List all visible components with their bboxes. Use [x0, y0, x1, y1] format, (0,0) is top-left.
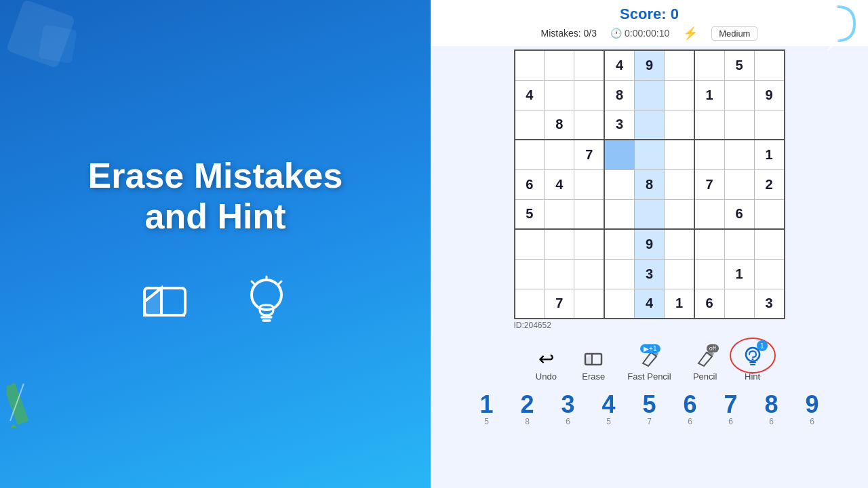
sudoku-cell[interactable]	[515, 259, 545, 289]
sudoku-cell[interactable]: 7	[694, 169, 724, 199]
sudoku-cell[interactable]: 3	[604, 110, 634, 140]
num-button-9[interactable]: 96	[795, 392, 829, 426]
fast-pencil-button[interactable]: ▶+1 Fast Pencil	[620, 343, 677, 386]
num-button-4[interactable]: 45	[592, 392, 626, 426]
sudoku-cell[interactable]: 4	[515, 80, 545, 110]
num-count-7: 6	[728, 417, 733, 426]
num-button-5[interactable]: 57	[633, 392, 667, 426]
num-button-3[interactable]: 36	[551, 392, 585, 426]
sudoku-cell[interactable]	[665, 199, 694, 229]
num-button-1[interactable]: 15	[470, 392, 504, 426]
undo-button[interactable]: ↩ Undo	[526, 346, 566, 386]
sudoku-cell[interactable]	[665, 229, 694, 259]
sudoku-cell[interactable]	[604, 259, 634, 289]
sudoku-cell[interactable]	[665, 140, 694, 169]
sudoku-cell[interactable]	[665, 110, 694, 140]
sudoku-grid[interactable]: 49548198371648725693174163	[514, 49, 785, 319]
sudoku-cell[interactable]	[724, 140, 754, 169]
sudoku-cell[interactable]	[724, 110, 754, 140]
sudoku-cell[interactable]	[604, 199, 634, 229]
sudoku-cell[interactable]	[545, 80, 574, 110]
hint-button[interactable]: 1 Hint	[732, 340, 773, 386]
sudoku-cell[interactable]	[665, 169, 694, 199]
sudoku-cell[interactable]	[604, 289, 634, 319]
sudoku-cell[interactable]: 8	[634, 169, 664, 199]
sudoku-cell[interactable]	[515, 140, 545, 169]
sudoku-cell[interactable]: 4	[634, 289, 664, 319]
num-button-7[interactable]: 76	[714, 392, 748, 426]
sudoku-cell[interactable]	[545, 50, 574, 80]
sudoku-cell[interactable]	[574, 229, 604, 259]
sudoku-cell[interactable]	[574, 169, 604, 199]
sudoku-cell[interactable]: 1	[665, 289, 694, 319]
sudoku-cell[interactable]: 6	[694, 289, 724, 319]
sudoku-cell[interactable]	[545, 140, 574, 169]
sudoku-cell[interactable]: 8	[545, 110, 574, 140]
sudoku-cell[interactable]	[574, 50, 604, 80]
sudoku-cell[interactable]	[724, 289, 754, 319]
sudoku-cell[interactable]	[754, 110, 784, 140]
erase-button[interactable]: Erase	[573, 343, 614, 386]
num-button-2[interactable]: 28	[511, 392, 545, 426]
sudoku-cell[interactable]	[634, 199, 664, 229]
sudoku-cell[interactable]	[515, 110, 545, 140]
sudoku-cell[interactable]: 8	[604, 80, 634, 110]
sudoku-cell[interactable]	[665, 80, 694, 110]
sudoku-cell[interactable]	[694, 229, 724, 259]
num-button-6[interactable]: 66	[673, 392, 707, 426]
sudoku-cell[interactable]	[724, 80, 754, 110]
sudoku-cell[interactable]: 5	[724, 50, 754, 80]
pencil-button[interactable]: off Pencil	[685, 343, 726, 386]
sudoku-cell[interactable]	[724, 229, 754, 259]
sudoku-cell[interactable]	[724, 169, 754, 199]
sudoku-cell[interactable]	[694, 259, 724, 289]
sudoku-cell[interactable]	[634, 110, 664, 140]
num-digit-7: 7	[724, 392, 737, 417]
num-button-8[interactable]: 86	[755, 392, 789, 426]
deco-shape-tl2	[38, 24, 77, 64]
sudoku-cell[interactable]	[694, 199, 724, 229]
sudoku-cell[interactable]: 9	[754, 80, 784, 110]
sudoku-cell[interactable]	[515, 289, 545, 319]
sudoku-cell[interactable]	[604, 229, 634, 259]
sudoku-cell[interactable]	[694, 50, 724, 80]
sudoku-cell[interactable]: 6	[515, 169, 545, 199]
sudoku-cell[interactable]: 3	[634, 259, 664, 289]
sudoku-cell[interactable]: 1	[754, 140, 784, 169]
sudoku-cell[interactable]	[545, 199, 574, 229]
toolbar: ↩ Undo Erase ▶+1	[526, 340, 772, 386]
sudoku-cell[interactable]: 9	[634, 229, 664, 259]
sudoku-cell[interactable]	[515, 229, 545, 259]
sudoku-cell[interactable]	[634, 140, 664, 169]
sudoku-cell[interactable]	[574, 110, 604, 140]
sudoku-cell[interactable]	[604, 140, 634, 169]
sudoku-cell[interactable]	[665, 259, 694, 289]
sudoku-cell[interactable]	[574, 80, 604, 110]
sudoku-cell[interactable]	[574, 289, 604, 319]
sudoku-cell[interactable]: 1	[694, 80, 724, 110]
sudoku-cell[interactable]	[574, 259, 604, 289]
sudoku-cell[interactable]: 3	[754, 289, 784, 319]
sudoku-cell[interactable]	[754, 199, 784, 229]
sudoku-cell[interactable]	[754, 229, 784, 259]
sudoku-cell[interactable]	[694, 140, 724, 169]
sudoku-cell[interactable]: 7	[545, 289, 574, 319]
sudoku-cell[interactable]	[694, 110, 724, 140]
sudoku-cell[interactable]	[604, 169, 634, 199]
sudoku-cell[interactable]: 9	[634, 50, 664, 80]
sudoku-cell[interactable]: 4	[604, 50, 634, 80]
sudoku-cell[interactable]: 6	[724, 199, 754, 229]
sudoku-cell[interactable]: 2	[754, 169, 784, 199]
sudoku-cell[interactable]	[574, 199, 604, 229]
sudoku-cell[interactable]	[665, 50, 694, 80]
sudoku-cell[interactable]: 4	[545, 169, 574, 199]
sudoku-cell[interactable]	[634, 80, 664, 110]
sudoku-cell[interactable]: 1	[724, 259, 754, 289]
sudoku-cell[interactable]	[754, 259, 784, 289]
sudoku-cell[interactable]	[754, 50, 784, 80]
sudoku-cell[interactable]	[545, 259, 574, 289]
sudoku-cell[interactable]: 5	[515, 199, 545, 229]
sudoku-cell[interactable]: 7	[574, 140, 604, 169]
sudoku-cell[interactable]	[545, 229, 574, 259]
sudoku-cell[interactable]	[515, 50, 545, 80]
